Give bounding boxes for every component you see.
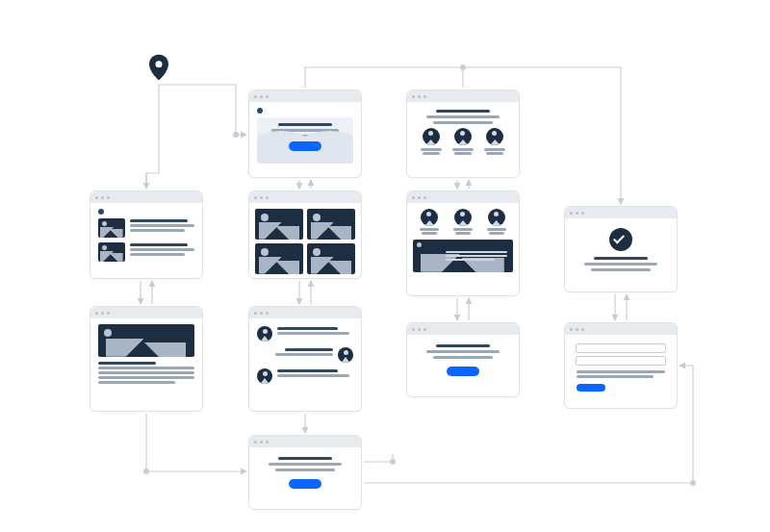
- cta-button: [447, 367, 479, 376]
- sitemap-diagram: { "diagram": { "type": "user-flow-sitema…: [0, 0, 770, 532]
- cta-button: [289, 479, 321, 489]
- avatar-icon: [488, 209, 505, 226]
- svg-point-0: [233, 132, 239, 138]
- cta-button: [289, 141, 321, 151]
- thumbnail-image-icon: [98, 218, 125, 238]
- hero-image-icon: [98, 324, 194, 357]
- text-input: [576, 343, 666, 353]
- gallery-image-icon: [307, 243, 355, 274]
- avatar-icon: [338, 347, 353, 363]
- node-cta-page: [248, 435, 362, 510]
- avatar-icon: [257, 368, 272, 384]
- svg-point-2: [143, 469, 149, 474]
- svg-point-4: [690, 480, 696, 486]
- node-team-page: [406, 89, 520, 178]
- node-article-list: [90, 190, 203, 279]
- svg-point-1: [460, 64, 466, 70]
- avatar-icon: [257, 326, 272, 342]
- node-landing-page: [248, 89, 362, 178]
- thumbnail-image-icon: [98, 242, 125, 262]
- submit-button: [577, 384, 605, 392]
- node-team-detail: [406, 190, 520, 296]
- start-map-pin-icon: [149, 54, 168, 81]
- favicon-icon: [98, 209, 104, 215]
- favicon-icon: [257, 108, 263, 114]
- gallery-image-icon: [307, 209, 355, 240]
- avatar-icon: [423, 128, 440, 145]
- avatar-icon: [454, 128, 472, 145]
- svg-point-5: [156, 61, 163, 67]
- avatar-icon: [486, 128, 503, 145]
- window-titlebar: [249, 90, 361, 102]
- node-cta-page: [406, 322, 520, 397]
- node-feed-list: [248, 306, 362, 412]
- gallery-image-icon: [255, 243, 303, 274]
- text-input: [576, 356, 666, 366]
- avatar-icon: [421, 209, 438, 226]
- check-circle-icon: [609, 228, 632, 251]
- svg-point-3: [390, 459, 396, 465]
- node-image-gallery: [248, 190, 362, 279]
- node-article-page: [90, 306, 203, 412]
- banner-image-icon: [413, 240, 513, 272]
- node-form-page: [564, 322, 678, 409]
- avatar-icon: [454, 209, 472, 226]
- gallery-image-icon: [255, 209, 303, 240]
- node-success-page: [564, 206, 678, 292]
